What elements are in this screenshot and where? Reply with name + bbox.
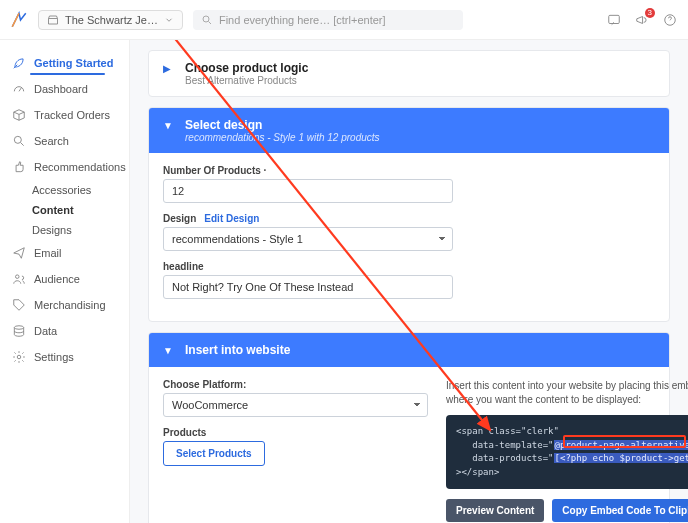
sidebar-sub-accessories[interactable]: Accessories bbox=[0, 180, 129, 200]
sidebar-label: Merchandising bbox=[34, 299, 106, 311]
feedback-icon[interactable] bbox=[606, 12, 622, 28]
chevron-down-icon bbox=[164, 15, 174, 25]
sidebar-label: Recommendations bbox=[34, 161, 126, 173]
sidebar-item-tracked-orders[interactable]: Tracked Orders bbox=[0, 102, 129, 128]
store-name: The Schwartz Je… bbox=[65, 14, 158, 26]
panel-header-insert[interactable]: ▼ Insert into website bbox=[149, 333, 669, 367]
num-products-label: Number Of Products · bbox=[163, 165, 655, 176]
send-icon bbox=[12, 246, 26, 260]
announcements-icon[interactable]: 3 bbox=[634, 12, 650, 28]
sidebar-label: Email bbox=[34, 247, 62, 259]
platform-label: Choose Platform: bbox=[163, 379, 428, 390]
products-label: Products bbox=[163, 427, 428, 438]
tag-icon bbox=[12, 298, 26, 312]
chevron-down-icon: ▼ bbox=[163, 118, 175, 131]
copy-embed-button[interactable]: Copy Embed Code To Clipboard bbox=[552, 499, 688, 522]
sidebar-label: Getting Started bbox=[34, 57, 113, 69]
sidebar-label: Search bbox=[34, 135, 69, 147]
platform-select[interactable]: WooCommerce bbox=[163, 393, 428, 417]
sidebar-label: Dashboard bbox=[34, 83, 88, 95]
users-icon bbox=[12, 272, 26, 286]
panel-title: Select design bbox=[185, 118, 380, 132]
sidebar-label: Data bbox=[34, 325, 57, 337]
rocket-icon bbox=[12, 56, 26, 70]
design-select[interactable]: recommendations - Style 1 bbox=[163, 227, 453, 251]
sidebar-item-recommendations[interactable]: Recommendations bbox=[0, 154, 129, 180]
sidebar-item-getting-started[interactable]: Getting Started bbox=[0, 50, 129, 76]
topbar-right: 3 bbox=[606, 12, 678, 28]
gear-icon bbox=[12, 350, 26, 364]
search-icon bbox=[201, 14, 213, 26]
main-content: ▶ Choose product logic Best Alternative … bbox=[130, 40, 688, 523]
headline-input[interactable] bbox=[163, 275, 453, 299]
panel-header-design[interactable]: ▼ Select design recommendations - Style … bbox=[149, 108, 669, 153]
sidebar-item-merchandising[interactable]: Merchandising bbox=[0, 292, 129, 318]
headline-label: headline bbox=[163, 261, 655, 272]
notification-badge: 3 bbox=[645, 8, 655, 18]
store-selector[interactable]: The Schwartz Je… bbox=[38, 10, 183, 30]
search-icon bbox=[12, 134, 26, 148]
search-placeholder: Find everything here… [ctrl+enter] bbox=[219, 14, 386, 26]
panel-title: Insert into website bbox=[185, 343, 290, 357]
card-insert-website: ▼ Insert into website Choose Platform: W… bbox=[148, 332, 670, 523]
package-icon bbox=[12, 108, 26, 122]
svg-point-4 bbox=[16, 275, 20, 279]
sidebar-label: Audience bbox=[34, 273, 80, 285]
chevron-right-icon: ▶ bbox=[163, 61, 175, 74]
embed-code-box[interactable]: <span class="clerk" data-template="@prod… bbox=[446, 415, 688, 489]
database-icon bbox=[12, 324, 26, 338]
sidebar-item-dashboard[interactable]: Dashboard bbox=[0, 76, 129, 102]
svg-point-0 bbox=[203, 16, 209, 22]
sidebar-item-settings[interactable]: Settings bbox=[0, 344, 129, 370]
insert-description: Insert this content into your website by… bbox=[446, 379, 688, 407]
sidebar-sub-designs[interactable]: Designs bbox=[0, 220, 129, 240]
topbar: The Schwartz Je… Find everything here… [… bbox=[0, 0, 688, 40]
gauge-icon bbox=[12, 82, 26, 96]
num-products-input[interactable] bbox=[163, 179, 453, 203]
sidebar-label: Tracked Orders bbox=[34, 109, 110, 121]
sidebar-sub-content[interactable]: Content bbox=[0, 200, 129, 220]
sidebar-label: Settings bbox=[34, 351, 74, 363]
chevron-down-icon: ▼ bbox=[163, 343, 175, 356]
card-product-logic[interactable]: ▶ Choose product logic Best Alternative … bbox=[148, 50, 670, 97]
preview-content-button[interactable]: Preview Content bbox=[446, 499, 544, 522]
store-icon bbox=[47, 14, 59, 26]
annotation-highlight bbox=[563, 435, 686, 448]
global-search[interactable]: Find everything here… [ctrl+enter] bbox=[193, 10, 463, 30]
select-products-button[interactable]: Select Products bbox=[163, 441, 265, 466]
card-select-design: ▼ Select design recommendations - Style … bbox=[148, 107, 670, 322]
design-label: Design bbox=[163, 213, 196, 224]
svg-point-5 bbox=[14, 326, 23, 330]
svg-point-6 bbox=[17, 355, 21, 359]
sidebar: Getting Started Dashboard Tracked Orders… bbox=[0, 40, 130, 523]
svg-rect-1 bbox=[609, 15, 620, 23]
card-title: Choose product logic bbox=[185, 61, 308, 75]
card-subtitle: Best Alternative Products bbox=[185, 75, 308, 86]
thumbs-up-icon bbox=[12, 160, 26, 174]
panel-subtitle: recommendations - Style 1 with 12 produc… bbox=[185, 132, 380, 143]
help-icon[interactable] bbox=[662, 12, 678, 28]
sidebar-item-audience[interactable]: Audience bbox=[0, 266, 129, 292]
sidebar-item-email[interactable]: Email bbox=[0, 240, 129, 266]
svg-point-3 bbox=[14, 136, 21, 143]
sidebar-item-search[interactable]: Search bbox=[0, 128, 129, 154]
app-logo bbox=[10, 11, 28, 29]
sidebar-item-data[interactable]: Data bbox=[0, 318, 129, 344]
edit-design-link[interactable]: Edit Design bbox=[204, 213, 259, 224]
